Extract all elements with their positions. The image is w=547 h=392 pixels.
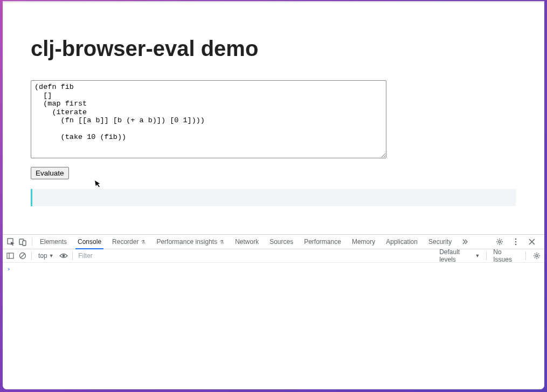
svg-rect-2 — [23, 241, 26, 246]
svg-point-3 — [498, 241, 501, 243]
tab-performance[interactable]: Performance — [299, 235, 347, 249]
context-label: top — [38, 252, 47, 260]
devtools-panel: Elements Console Recorder ⚗ Performance … — [3, 234, 544, 389]
tab-memory[interactable]: Memory — [347, 235, 380, 249]
gear-icon[interactable] — [495, 237, 504, 247]
devtools-right-icons — [495, 237, 539, 247]
svg-rect-7 — [7, 253, 13, 258]
svg-point-6 — [515, 244, 517, 246]
separator — [72, 251, 73, 260]
devtools-tabs: Elements Console Recorder ⚗ Performance … — [3, 235, 544, 249]
svg-point-11 — [63, 255, 65, 257]
evaluate-button[interactable]: Evaluate — [31, 167, 69, 179]
tab-security[interactable]: Security — [423, 235, 457, 249]
issues-button[interactable]: No Issues — [493, 248, 519, 263]
separator — [31, 251, 32, 260]
console-output[interactable]: › — [3, 263, 544, 389]
tab-elements[interactable]: Elements — [34, 235, 72, 249]
separator — [32, 237, 32, 246]
svg-point-12 — [536, 255, 538, 257]
console-sidebar-toggle-icon[interactable] — [6, 251, 15, 261]
tab-performance-insights[interactable]: Performance insights ⚗ — [151, 235, 230, 249]
caret-down-icon: ▼ — [49, 253, 54, 258]
log-levels-select[interactable]: Default levels ▼ — [439, 248, 480, 263]
clear-console-icon[interactable] — [18, 251, 27, 261]
caret-down-icon: ▼ — [475, 253, 480, 258]
more-tabs-icon[interactable] — [459, 237, 469, 247]
flask-icon: ⚗ — [219, 239, 224, 245]
tab-network[interactable]: Network — [230, 235, 264, 249]
svg-line-10 — [20, 254, 25, 258]
tab-application[interactable]: Application — [380, 235, 423, 249]
issues-label: No Issues — [493, 248, 519, 263]
page-title: clj-browser-eval demo — [31, 37, 516, 61]
close-icon[interactable] — [527, 237, 537, 247]
separator — [486, 251, 487, 260]
output-area — [31, 189, 516, 206]
tab-recorder[interactable]: Recorder ⚗ — [107, 235, 151, 249]
console-prompt-icon: › — [7, 265, 11, 272]
console-toolbar: top ▼ Default levels ▼ No Issues — [3, 249, 544, 263]
device-toggle-icon[interactable] — [18, 237, 27, 247]
code-input[interactable] — [31, 80, 386, 158]
browser-window: clj-browser-eval demo Evaluate Elements … — [3, 1, 544, 389]
tab-sources[interactable]: Sources — [264, 235, 299, 249]
live-expression-icon[interactable] — [59, 251, 68, 261]
svg-point-5 — [515, 241, 517, 243]
tab-perf-insights-label: Performance insights — [156, 238, 217, 246]
page-content: clj-browser-eval demo Evaluate — [3, 2, 544, 215]
filter-input[interactable] — [77, 251, 433, 260]
svg-point-4 — [515, 239, 517, 240]
tab-recorder-label: Recorder — [112, 238, 139, 246]
separator — [525, 251, 526, 260]
execution-context-select[interactable]: top ▼ — [36, 252, 56, 260]
console-settings-gear-icon[interactable] — [532, 251, 541, 261]
levels-label: Default levels — [439, 248, 473, 263]
kebab-menu-icon[interactable] — [511, 237, 521, 247]
tab-console[interactable]: Console — [72, 235, 107, 249]
flask-icon: ⚗ — [141, 239, 146, 245]
inspect-element-icon[interactable] — [6, 237, 16, 247]
